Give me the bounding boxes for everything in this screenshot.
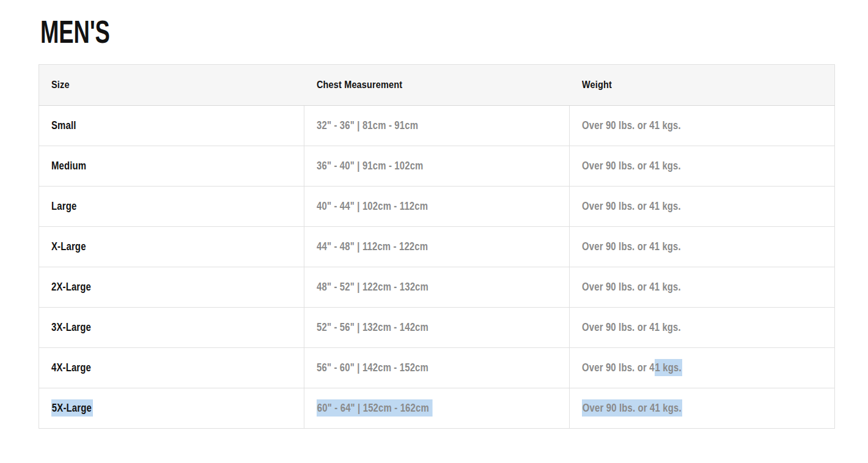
size-guide-page: MEN'S Size Chest Measurement Weight Smal…	[0, 0, 868, 429]
chest-value: 32" - 36" | 81cm - 91cm	[317, 119, 418, 132]
text-selection-highlight: 5X-Large	[51, 399, 93, 417]
weight-value: Over 90 lbs. or 41 kgs.	[582, 402, 682, 415]
chest-cell: 52" - 56" | 132cm - 142cm	[304, 308, 570, 348]
chest-value: 40" - 44" | 102cm - 112cm	[317, 200, 428, 213]
chest-cell: 44" - 48" | 112cm - 122cm	[304, 227, 570, 267]
weight-value: Over 90 lbs. or 41 kgs.	[582, 321, 681, 334]
table-row-small: Small 32" - 36" | 81cm - 91cm Over 90 lb…	[39, 106, 835, 146]
text-selection-highlight: Over 90 lbs. or 41 kgs.	[582, 399, 682, 417]
size-cell: Medium	[39, 146, 304, 187]
mens-size-chart: Size Chest Measurement Weight Small 32" …	[39, 64, 835, 429]
column-header-weight: Weight	[570, 65, 835, 106]
weight-cell: Over 90 lbs. or 41 kgs.	[570, 146, 835, 187]
table-row-x-large: X-Large 44" - 48" | 112cm - 122cm Over 9…	[39, 227, 835, 267]
chest-cell: 48" - 52" | 122cm - 132cm	[304, 267, 570, 308]
chest-value: 52" - 56" | 132cm - 142cm	[317, 321, 428, 334]
size-label: 4X-Large	[51, 361, 91, 374]
table-row-medium: Medium 36" - 40" | 91cm - 102cm Over 90 …	[39, 146, 835, 187]
chest-value: 44" - 48" | 112cm - 122cm	[317, 240, 428, 253]
size-cell: 3X-Large	[39, 308, 304, 348]
size-cell: 4X-Large	[39, 348, 304, 388]
table-row-4x-large: 4X-Large 56" - 60" | 142cm - 152cm Over …	[39, 348, 835, 388]
size-cell: X-Large	[39, 227, 304, 267]
chest-cell: 32" - 36" | 81cm - 91cm	[304, 106, 570, 146]
size-cell: 2X-Large	[39, 267, 304, 308]
table-row-5x-large: 5X-Large 60" - 64" | 152cm - 162cm Over …	[39, 388, 835, 429]
size-cell: Large	[39, 187, 304, 227]
chest-value: 48" - 52" | 122cm - 132cm	[317, 281, 428, 294]
size-label: Small	[51, 119, 76, 132]
mens-size-chart-table: Size Chest Measurement Weight Small 32" …	[39, 64, 835, 429]
chest-cell: 56" - 60" | 142cm - 152cm	[304, 348, 570, 388]
size-cell: 5X-Large	[39, 388, 304, 429]
table-row-2x-large: 2X-Large 48" - 52" | 122cm - 132cm Over …	[39, 267, 835, 308]
chest-value: 36" - 40" | 91cm - 102cm	[317, 160, 424, 172]
size-cell: Small	[39, 106, 304, 146]
size-label: 2X-Large	[51, 281, 91, 294]
weight-cell: Over 90 lbs. or 41 kgs.	[570, 388, 835, 429]
weight-cell: Over 90 lbs. or 41 kgs.	[570, 267, 835, 308]
size-label: Medium	[51, 160, 86, 172]
chest-cell: 36" - 40" | 91cm - 102cm	[304, 146, 570, 187]
column-header-size-label: Size	[51, 79, 70, 91]
weight-cell: Over 90 lbs. or 41 kgs.	[570, 106, 835, 146]
table-row-large: Large 40" - 44" | 102cm - 112cm Over 90 …	[39, 187, 835, 227]
text-selection-highlight: 60" - 64" | 152cm - 162cm	[317, 399, 433, 417]
column-header-chest: Chest Measurement	[304, 65, 570, 106]
chest-cell: 40" - 44" | 102cm - 112cm	[304, 187, 570, 227]
size-label: X-Large	[51, 240, 86, 253]
weight-value: Over 90 lbs. or 41 kgs.	[582, 160, 681, 172]
weight-cell: Over 90 lbs. or 41 kgs.	[570, 308, 835, 348]
weight-value-unselected: Over 90 lbs. or 4	[582, 361, 655, 374]
weight-cell: Over 90 lbs. or 41 kgs.	[570, 348, 835, 388]
weight-value: Over 90 lbs. or 41 kgs.	[582, 240, 681, 253]
size-label: 5X-Large	[51, 402, 93, 415]
weight-cell: Over 90 lbs. or 41 kgs.	[570, 187, 835, 227]
chest-value: 56" - 60" | 142cm - 152cm	[317, 361, 428, 374]
chest-value: 60" - 64" | 152cm - 162cm	[317, 402, 433, 415]
weight-value: Over 90 lbs. or 41 kgs.	[582, 200, 681, 213]
weight-value: Over 90 lbs. or 41 kgs.	[582, 119, 681, 132]
size-label: Large	[51, 200, 76, 213]
column-header-weight-label: Weight	[582, 79, 612, 91]
page-title: MEN'S	[40, 16, 110, 48]
table-row-3x-large: 3X-Large 52" - 56" | 132cm - 142cm Over …	[39, 308, 835, 348]
text-selection-highlight: 1 kgs.	[655, 359, 683, 376]
table-header-row: Size Chest Measurement Weight	[39, 65, 835, 106]
weight-value: Over 90 lbs. or 41 kgs.	[582, 281, 681, 294]
size-label: 3X-Large	[51, 321, 91, 334]
chest-cell: 60" - 64" | 152cm - 162cm	[304, 388, 570, 429]
weight-value: Over 90 lbs. or 41 kgs.	[582, 361, 682, 374]
weight-cell: Over 90 lbs. or 41 kgs.	[570, 227, 835, 267]
column-header-chest-label: Chest Measurement	[317, 79, 402, 91]
column-header-size: Size	[39, 65, 304, 106]
